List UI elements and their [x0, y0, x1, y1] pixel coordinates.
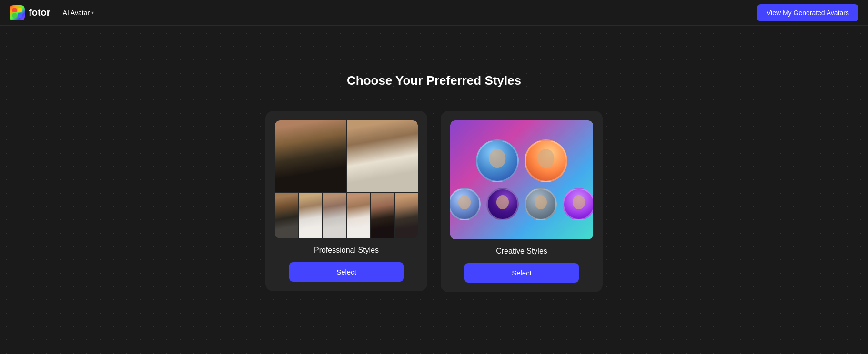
creative-bottom-row — [450, 188, 593, 220]
prof-woman-photo — [347, 120, 418, 192]
svg-rect-3 — [18, 13, 22, 18]
prof-man-3-photo — [299, 193, 322, 238]
creative-background — [450, 120, 593, 239]
prof-woman-4-photo — [395, 193, 418, 238]
logo[interactable]: fotor — [10, 5, 50, 20]
creative-label: Creative Styles — [496, 247, 547, 256]
creative-avatar-4 — [486, 188, 519, 220]
creative-avatar-5 — [525, 188, 557, 220]
professional-label: Professional Styles — [314, 246, 379, 255]
view-avatars-button[interactable]: View My Generated Avatars — [757, 4, 858, 21]
prof-top-row — [275, 120, 418, 192]
creative-card: Creative Styles Select — [441, 111, 603, 292]
prof-man-photo — [275, 120, 346, 192]
creative-avatar-2 — [525, 139, 567, 182]
prof-man-2-photo — [275, 193, 298, 238]
prof-bottom-row — [275, 193, 418, 238]
header-left: fotor AI Avatar ▾ — [10, 5, 99, 20]
ai-avatar-nav[interactable]: AI Avatar ▾ — [58, 6, 99, 20]
chevron-down-icon: ▾ — [91, 10, 94, 15]
professional-image-area — [275, 120, 418, 238]
ai-avatar-label: AI Avatar — [63, 9, 90, 17]
prof-man-4-photo — [323, 193, 346, 238]
creative-avatar-3 — [450, 188, 481, 220]
page-title: Choose Your Preferred Styles — [347, 73, 521, 88]
creative-image-area — [450, 120, 593, 239]
svg-rect-2 — [12, 13, 17, 18]
professional-select-button[interactable]: Select — [289, 262, 404, 282]
professional-card: Professional Styles Select — [265, 111, 427, 291]
style-cards-container: Professional Styles Select — [265, 111, 603, 292]
creative-avatar-1 — [476, 139, 519, 182]
svg-rect-1 — [18, 8, 22, 12]
prof-woman-2-photo — [347, 193, 370, 238]
logo-text: fotor — [29, 7, 50, 18]
header: fotor AI Avatar ▾ View My Generated Avat… — [0, 0, 868, 26]
creative-avatar-6 — [563, 188, 593, 220]
main-content: Choose Your Preferred Styles — [0, 26, 868, 311]
prof-woman-3-photo — [371, 193, 394, 238]
fotor-logo-icon — [10, 5, 25, 20]
svg-rect-0 — [12, 8, 17, 12]
creative-top-row — [476, 139, 567, 182]
creative-select-button[interactable]: Select — [464, 263, 579, 283]
professional-collage — [275, 120, 418, 238]
